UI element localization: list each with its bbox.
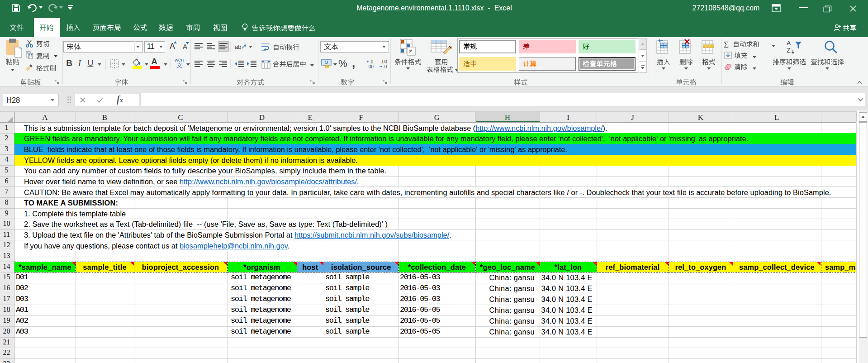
svg-text:.00: .00 bbox=[381, 59, 387, 64]
svg-text:ab: ab bbox=[235, 43, 241, 50]
svg-text:.00: .00 bbox=[367, 64, 374, 69]
svg-text:A: A bbox=[787, 39, 791, 47]
svg-text:.0: .0 bbox=[370, 59, 374, 64]
svg-text:.0: .0 bbox=[383, 64, 387, 69]
svg-text:≠: ≠ bbox=[409, 48, 413, 55]
svg-text:Z: Z bbox=[787, 47, 791, 54]
